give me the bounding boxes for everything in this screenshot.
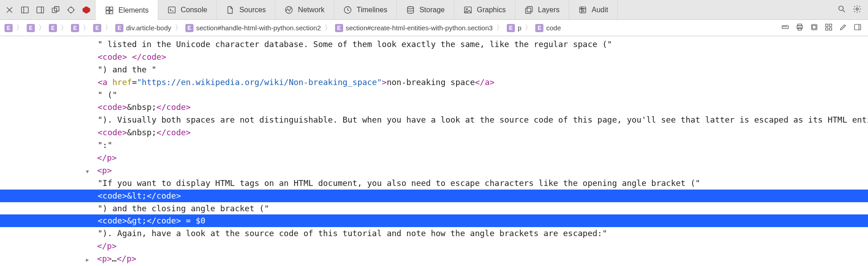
svg-rect-40 <box>812 25 816 29</box>
dom-tree-row[interactable]: "). Again, have a look at the source cod… <box>0 227 868 240</box>
svg-rect-12 <box>106 7 109 10</box>
dom-tree-row[interactable]: ") and the " <box>0 63 868 76</box>
breadcrumb-separator: 〉 <box>495 24 504 32</box>
ruler-icon[interactable] <box>781 23 789 33</box>
svg-rect-14 <box>106 11 109 14</box>
dom-tree-row[interactable]: " (" <box>0 89 868 101</box>
disclosure-arrow-icon[interactable] <box>86 164 92 177</box>
dom-tree-row[interactable]: <p> <box>0 164 868 177</box>
dom-tree-row[interactable]: <code>&nbsp;</code> <box>0 126 868 139</box>
disclosure-arrow-icon[interactable] <box>86 252 92 265</box>
breadcrumb-label: code <box>546 24 561 32</box>
tab-graphics[interactable]: Graphics <box>454 0 515 19</box>
breadcrumb-item[interactable]: Ep <box>507 24 521 32</box>
breadcrumb-item[interactable]: Ediv.article-body <box>115 24 171 32</box>
svg-rect-42 <box>830 24 832 26</box>
print-icon[interactable] <box>796 23 804 33</box>
svg-rect-38 <box>798 28 802 30</box>
svg-rect-15 <box>110 11 113 14</box>
tab-storage[interactable]: Storage <box>397 0 454 19</box>
grid-icon[interactable] <box>825 23 833 33</box>
breadcrumb-separator: 〉 <box>324 24 332 32</box>
svg-rect-27 <box>525 8 531 13</box>
popout-icon[interactable] <box>51 5 61 15</box>
svg-rect-0 <box>22 7 28 13</box>
tabstrip-right-icons <box>831 0 868 19</box>
element-badge-icon: E <box>27 24 35 32</box>
svg-point-6 <box>68 7 74 13</box>
device-icon[interactable] <box>810 23 818 33</box>
breadcrumb-item[interactable]: E <box>27 24 35 32</box>
breadcrumb-tools <box>779 23 863 33</box>
svg-marker-11 <box>83 6 90 14</box>
dom-tree-row[interactable]: "). Visually both spaces are not disting… <box>0 114 868 126</box>
tabstrip-left-icons <box>0 0 96 19</box>
breadcrumb-label: div.article-body <box>126 24 171 32</box>
breadcrumb-item[interactable]: E <box>93 24 101 32</box>
panel-right-icon[interactable] <box>35 5 45 15</box>
svg-rect-44 <box>830 28 832 30</box>
element-badge-icon: E <box>49 24 57 32</box>
breadcrumb-item[interactable]: E <box>5 24 13 32</box>
dom-tree-row[interactable]: <code>&gt;</code> = $0 <box>0 214 868 227</box>
element-badge-icon: E <box>5 24 13 32</box>
search-icon[interactable] <box>837 5 846 15</box>
breadcrumb-separator: 〉 <box>104 24 113 32</box>
breadcrumb-separator: 〉 <box>524 24 533 32</box>
dom-tree-row[interactable]: <code> </code> <box>0 51 868 63</box>
tab-network[interactable]: Network <box>275 0 334 19</box>
svg-line-30 <box>843 10 845 12</box>
svg-rect-13 <box>110 7 113 10</box>
tab-sources[interactable]: Sources <box>217 0 275 19</box>
breadcrumb-item[interactable]: E <box>49 24 57 32</box>
tab-layers[interactable]: Layers <box>515 0 569 19</box>
tab-label: Console <box>181 6 208 14</box>
svg-rect-43 <box>826 28 828 30</box>
dom-tree-row[interactable]: ":" <box>0 139 868 152</box>
breadcrumb-item[interactable]: E <box>71 24 79 32</box>
dom-tree-row[interactable]: <p>…</p> <box>0 252 868 265</box>
svg-rect-2 <box>37 7 44 13</box>
element-badge-icon: E <box>507 24 515 32</box>
breadcrumb-label: section#create-html-entities-with-python… <box>346 24 493 32</box>
tab-label: Storage <box>420 6 445 14</box>
dom-tree-row[interactable]: <code>&nbsp;</code> <box>0 101 868 114</box>
tab-label: Timelines <box>357 6 387 14</box>
panel-left-icon[interactable] <box>20 5 30 15</box>
tab-label: Sources <box>239 6 266 14</box>
tab-label: Elements <box>118 6 149 14</box>
tab-elements[interactable]: Elements <box>96 0 158 20</box>
dom-tree-row[interactable]: </p> <box>0 240 868 252</box>
breadcrumb-item[interactable]: Esection#handle-html-with-python.section… <box>185 24 321 32</box>
sidebar-toggle-icon[interactable] <box>854 23 862 33</box>
brush-icon[interactable] <box>839 23 847 33</box>
dom-tree-row[interactable]: <code>&lt;</code> <box>0 190 868 202</box>
element-badge-icon: E <box>185 24 193 32</box>
dom-tree-row[interactable]: </p> <box>0 152 868 164</box>
svg-rect-41 <box>826 24 828 26</box>
devtools-tabstrip: Elements Console Sources Network Timelin… <box>0 0 868 20</box>
breadcrumb-item[interactable]: Ecode <box>535 24 561 32</box>
close-icon[interactable] <box>5 5 14 15</box>
element-badge-icon: E <box>71 24 79 32</box>
svg-rect-45 <box>854 24 861 30</box>
svg-rect-19 <box>168 7 175 13</box>
dom-tree-row[interactable]: "If you want to display HTML tags on an … <box>0 177 868 190</box>
dom-tree[interactable]: " listed in the Unicode character databa… <box>0 36 868 266</box>
error-badge-icon[interactable] <box>81 5 91 15</box>
tab-timelines[interactable]: Timelines <box>334 0 397 19</box>
dom-tree-row[interactable]: <a href="https://en.wikipedia.org/wiki/N… <box>0 76 868 89</box>
tab-console[interactable]: Console <box>158 0 217 19</box>
target-icon[interactable] <box>66 5 76 15</box>
tab-audit[interactable]: Audit <box>569 0 618 19</box>
gear-icon[interactable] <box>853 5 862 15</box>
dom-tree-row[interactable]: " listed in the Unicode character databa… <box>0 38 868 51</box>
svg-rect-26 <box>527 6 533 12</box>
breadcrumb-separator: 〉 <box>82 24 90 32</box>
breadcrumb-item[interactable]: Esection#create-html-entities-with-pytho… <box>335 24 493 32</box>
dom-tree-row[interactable]: ") and the closing angle bracket (" <box>0 202 868 215</box>
breadcrumb-separator: 〉 <box>38 24 46 32</box>
element-badge-icon: E <box>335 24 343 32</box>
tabs-container: Elements Console Sources Network Timelin… <box>96 0 831 19</box>
breadcrumbs: E〉E〉E〉E〉E〉Ediv.article-body〉Esection#han… <box>5 24 779 32</box>
